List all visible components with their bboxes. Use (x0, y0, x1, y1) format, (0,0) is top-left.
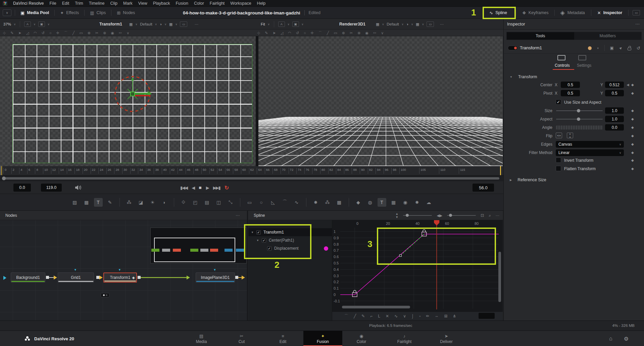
modifier-badge[interactable] (101, 293, 109, 297)
select-icon[interactable]: ➤ (18, 31, 21, 35)
wand-mask-icon[interactable]: ∿ (292, 198, 301, 207)
zoom-fit-icon[interactable]: ⊞ (444, 314, 448, 318)
tree-item-transform1[interactable]: ▼✓Transform1 (248, 228, 332, 236)
edit-icon[interactable]: ✏ (119, 31, 122, 35)
menu-timeline[interactable]: Timeline (89, 1, 105, 6)
center-x-field[interactable]: 0.5 (561, 82, 580, 88)
metadata-button[interactable]: ▣Metadata (559, 10, 587, 15)
use-size-checkbox[interactable]: ✓ (556, 99, 561, 105)
bspline-icon[interactable]: ◠ (288, 31, 291, 35)
menu-fairlight[interactable]: Fairlight (210, 1, 225, 6)
undo-icon[interactable]: ↺ (296, 31, 299, 35)
page-tab-deliver[interactable]: ➤Deliver (427, 331, 466, 346)
line-icon[interactable]: ╱ (327, 31, 329, 35)
bspline-mask-icon[interactable]: ⌒ (281, 198, 289, 207)
step-in-icon[interactable]: ⌐ (370, 314, 373, 318)
guides-icon-right[interactable]: ▦ (416, 22, 419, 27)
tree-checkbox[interactable]: ✓ (262, 238, 266, 243)
ellipse-mask-icon[interactable]: ○ (257, 198, 266, 207)
shape3d-icon[interactable]: ◍ (366, 198, 375, 207)
shape-box-icon[interactable]: ⋔ (453, 314, 456, 318)
page-tab-media[interactable]: ▤Media (182, 331, 221, 346)
show-keys-icon[interactable]: ✏ (426, 314, 429, 318)
corner-position-icon[interactable]: ▤ (203, 198, 211, 207)
spline-graph[interactable]: 02040608010.90.80.70.60.50.40.30.20.10-0… (332, 220, 503, 311)
left-viewer-canvas[interactable] (0, 36, 256, 166)
node-background1[interactable]: Background1 (11, 273, 45, 283)
tab-tools[interactable]: Tools (507, 32, 574, 40)
transform-icon[interactable]: ⟐ (179, 198, 188, 207)
right-lut-dropdown[interactable]: Default (387, 22, 399, 26)
menu-mark[interactable]: Mark (123, 1, 133, 6)
undo-icon[interactable]: ↺ (42, 31, 45, 35)
target-icon[interactable]: ⊕ (88, 31, 91, 35)
tree-item-center-path1-[interactable]: ▼✓Center(Path1) (248, 236, 332, 244)
probe-icon[interactable]: ◉ (111, 31, 114, 35)
page-tab-fusion[interactable]: ✦Fusion (303, 331, 342, 346)
graph-v-scrollbar[interactable] (498, 252, 501, 302)
effects-button[interactable]: ✦Effects (58, 10, 81, 15)
merge-icon[interactable]: ⊗ (357, 31, 360, 35)
inspector-options-icon[interactable]: ⋯ (635, 21, 640, 27)
pimage-emitter-icon[interactable]: ⁂ (323, 198, 332, 207)
audio-mute-icon[interactable] (75, 185, 82, 191)
inspector-button[interactable]: ✕Inspector (595, 10, 624, 15)
channel-a-button[interactable]: A (24, 21, 31, 27)
add-point-icon[interactable]: ⊹ (3, 31, 6, 35)
bspline-icon[interactable]: ◠ (34, 31, 37, 35)
pen-icon[interactable]: ✎ (265, 31, 268, 35)
menu-fusion[interactable]: Fusion (176, 1, 188, 6)
flatten-transform-checkbox[interactable] (556, 166, 561, 171)
zoom-horizontal-icon[interactable]: ◀▶ (437, 213, 442, 218)
edges-dropdown[interactable]: Canvas∨ (556, 141, 624, 148)
menu-davinci-resolve[interactable]: DaVinci Resolve (13, 1, 44, 6)
node-graph-canvas[interactable]: Background1Grid1▼Transform1◈▼ImagePlane3… (0, 220, 247, 320)
probe-icon[interactable]: ◉ (365, 31, 369, 35)
tree-item-displacement[interactable]: ✓Displacement (248, 244, 332, 252)
select-icon[interactable]: ➤ (273, 31, 276, 35)
angle-field[interactable]: 0.0 (605, 124, 624, 131)
play-button[interactable]: ▶ (206, 185, 209, 190)
swatch-chevron-icon[interactable]: ∨ (597, 47, 599, 50)
grid-overlay-icon-right[interactable]: ▦ (376, 22, 379, 27)
color-curves-icon[interactable]: ◪ (137, 198, 145, 207)
pen-icon[interactable]: ✎ (10, 31, 13, 35)
aspect-field[interactable]: 1.0 (605, 116, 624, 122)
crop-icon[interactable]: ◫ (214, 198, 223, 207)
spline-value-input[interactable] (479, 313, 495, 319)
polygon-mask-icon[interactable]: ◺ (269, 198, 278, 207)
flip-horizontal-button[interactable]: ▸|◂ (556, 133, 562, 138)
cut-icon[interactable]: ✂ (350, 31, 353, 35)
size-field[interactable]: 1.0 (605, 107, 624, 114)
left-viewer-options-icon[interactable]: ⋯ (195, 22, 198, 27)
page-tab-color[interactable]: ◉Color (342, 331, 381, 346)
go-to-start-button[interactable]: ▮◀◀ (180, 185, 187, 190)
menu-workspace[interactable]: Workspace (230, 1, 251, 6)
fastnoise-icon[interactable]: ▩ (82, 198, 91, 207)
prev-keyframe-icon[interactable]: ◀ (627, 83, 629, 87)
tab-settings[interactable]: Settings (577, 63, 591, 68)
keyframes-button[interactable]: ❖Keyframes (520, 10, 550, 15)
background-icon[interactable]: ▨ (70, 198, 79, 207)
prender-icon[interactable]: ▩ (335, 198, 344, 207)
keyframe-diamond-icon[interactable]: ◆ (631, 126, 634, 129)
select-all-icon[interactable]: ▫ (419, 314, 420, 318)
grid-overlay-icon[interactable]: ▦ (129, 22, 133, 27)
invert-transform-checkbox[interactable] (556, 157, 561, 163)
zoom-slider-horizontal[interactable] (447, 215, 476, 216)
menu-view[interactable]: View (138, 1, 147, 6)
roi-button-right[interactable]: ▣ (292, 21, 299, 27)
polyline-icon[interactable]: ◿ (281, 31, 283, 35)
menu-help[interactable]: Help (257, 1, 266, 6)
nodes-button[interactable]: ⊞Nodes (115, 10, 137, 15)
keyframe-diamond-icon[interactable]: ◆ (631, 109, 634, 112)
menu-edit[interactable]: Edit (62, 1, 69, 6)
home-icon[interactable]: ⌂ (609, 336, 612, 342)
tab-controls[interactable]: Controls (555, 63, 570, 68)
clips-button[interactable]: ▥Clips (88, 10, 108, 15)
time-stretch-icon[interactable]: ⇔ (435, 314, 439, 318)
go-to-end-button[interactable]: ▶▶▮ (213, 185, 220, 190)
rectangle-mask-icon[interactable]: ▭ (245, 198, 254, 207)
pemitter2-icon[interactable]: ✸ (311, 198, 320, 207)
resize-icon[interactable]: ⤡ (226, 198, 235, 207)
